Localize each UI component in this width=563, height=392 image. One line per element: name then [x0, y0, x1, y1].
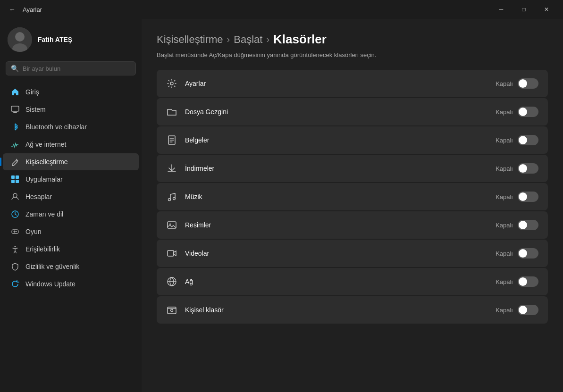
nav-icon-windows-update: [10, 279, 20, 289]
toggle-knob-dosya-gezgini: [519, 108, 527, 116]
sidebar-item-windows-update[interactable]: Windows Update: [3, 275, 139, 292]
nav-label-kisisellestime: Kişiselleştirme: [25, 158, 67, 166]
folder-row-right: Kapalı: [496, 305, 538, 315]
folder-row-left: Müzik: [166, 191, 202, 202]
toggle-knob-resimler: [519, 221, 527, 229]
folder-label-resimler: Resimler: [185, 221, 211, 229]
sidebar: Fatih ATEŞ 🔍 Giriş Sistem Bluetooth ve c…: [0, 19, 142, 392]
user-section: Fatih ATEŞ: [0, 19, 142, 59]
sidebar-item-oyun[interactable]: Oyun: [3, 223, 139, 240]
folder-row-right: Kapalı: [496, 192, 538, 202]
folder-label-belgeler: Belgeler: [185, 136, 209, 144]
nav-icon-sistem: [10, 105, 20, 114]
nav-label-uygulamalar: Uygulamalar: [25, 175, 63, 183]
sidebar-item-hesaplar[interactable]: Hesaplar: [3, 188, 139, 205]
svg-rect-8: [16, 180, 19, 183]
search-box[interactable]: 🔍: [6, 61, 136, 75]
nav-icon-kisisellestime: [10, 157, 20, 167]
folder-label-kisisel-klasor: Kişisel klasör: [185, 306, 224, 314]
folder-icon-kisisel-klasor: [166, 304, 177, 316]
svg-rect-20: [168, 250, 174, 256]
svg-rect-5: [11, 175, 15, 179]
sidebar-item-zaman-dil[interactable]: Zaman ve dil: [3, 206, 139, 223]
app-title: Ayarlar: [23, 6, 42, 13]
toggle-belgeler[interactable]: [518, 135, 538, 145]
maximize-button[interactable]: □: [513, 2, 535, 17]
folder-row-ag: Ağ Kapalı: [157, 268, 548, 295]
minimize-button[interactable]: ─: [490, 2, 512, 17]
folder-row-right: Kapalı: [496, 248, 538, 259]
sidebar-item-gizlilik[interactable]: Gizlilik ve güvenlik: [3, 258, 139, 275]
svg-point-13: [15, 246, 16, 247]
folder-row-kisisel-klasor: Kişisel klasör Kapalı: [157, 296, 548, 324]
folder-row-left: Resimler: [166, 219, 211, 231]
sidebar-item-giris[interactable]: Giriş: [3, 83, 139, 100]
sidebar-item-bluetooth[interactable]: Bluetooth ve cihazlar: [3, 118, 139, 135]
folder-row-left: Kişisel klasör: [166, 304, 224, 316]
toggle-label-kisisel-klasor: Kapalı: [496, 307, 513, 314]
toggle-knob-ag: [519, 277, 527, 286]
toggle-indirmeler[interactable]: [518, 163, 538, 174]
nav-label-erisilebilirlik: Erişilebilirlik: [25, 245, 60, 253]
folder-row-left: Ağ: [166, 276, 193, 287]
nav-icon-gizlilik: [10, 262, 20, 271]
folder-row-left: İndirmeler: [166, 163, 214, 174]
window-controls: ─ □ ✕: [490, 2, 557, 17]
folder-row-right: Kapalı: [496, 276, 538, 287]
sidebar-item-kisisellestime[interactable]: Kişiselleştirme: [3, 153, 139, 170]
folder-row-dosya-gezgini: Dosya Gezgini Kapalı: [157, 98, 548, 125]
svg-rect-6: [16, 175, 19, 179]
nav-label-ag-internet: Ağ ve internet: [25, 141, 66, 148]
sidebar-item-sistem[interactable]: Sistem: [3, 101, 139, 118]
svg-rect-3: [11, 106, 19, 111]
toggle-muzik[interactable]: [518, 192, 538, 202]
toggle-kisisel-klasor[interactable]: [518, 305, 538, 315]
folder-icon-resimler: [166, 219, 177, 231]
toggle-label-muzik: Kapalı: [496, 193, 513, 200]
folder-icon-ayarlar: [166, 78, 177, 89]
back-button[interactable]: ←: [6, 3, 19, 16]
sidebar-item-erisilebilirlik[interactable]: Erişilebilirlik: [3, 241, 139, 258]
folder-row-left: Belgeler: [166, 134, 209, 146]
breadcrumb-item-1[interactable]: Başlat: [234, 33, 262, 46]
nav-icon-bluetooth: [10, 122, 20, 132]
svg-rect-22: [168, 307, 176, 314]
nav-label-bluetooth: Bluetooth ve cihazlar: [25, 123, 87, 131]
breadcrumb-item-0[interactable]: Kişiselleştirme: [157, 33, 223, 46]
nav-label-gizlilik: Gizlilik ve güvenlik: [25, 263, 79, 270]
nav-label-windows-update: Windows Update: [25, 280, 76, 288]
nav-label-hesaplar: Hesaplar: [25, 193, 52, 200]
svg-rect-4: [13, 112, 17, 113]
toggle-ayarlar[interactable]: [518, 78, 538, 89]
folder-icon-videolar: [166, 248, 177, 259]
toggle-videolar[interactable]: [518, 248, 538, 259]
folder-row-left: Videolar: [166, 248, 209, 259]
nav-label-oyun: Oyun: [25, 228, 41, 235]
toggle-dosya-gezgini[interactable]: [518, 107, 538, 117]
sidebar-item-ag-internet[interactable]: Ağ ve internet: [3, 136, 139, 153]
search-icon: 🔍: [11, 65, 19, 72]
page-subtitle: Başlat menüsünde Aç/Kapa düğmesinin yanı…: [157, 51, 548, 58]
nav-list: Giriş Sistem Bluetooth ve cihazlar Ağ ve…: [0, 81, 142, 295]
svg-point-12: [16, 231, 17, 232]
toggle-knob-belgeler: [519, 136, 527, 144]
sidebar-item-uygulamalar[interactable]: Uygulamalar: [3, 171, 139, 188]
folder-icon-dosya-gezgini: [166, 106, 177, 117]
folder-label-ayarlar: Ayarlar: [185, 80, 206, 87]
toggle-resimler[interactable]: [518, 220, 538, 230]
nav-icon-hesaplar: [10, 192, 20, 201]
breadcrumb-item-2: Klasörler: [273, 32, 327, 47]
folder-label-dosya-gezgini: Dosya Gezgini: [185, 108, 228, 116]
folder-label-videolar: Videolar: [185, 250, 209, 257]
close-button[interactable]: ✕: [536, 2, 557, 17]
folder-row-right: Kapalı: [496, 107, 538, 117]
folder-row-resimler: Resimler Kapalı: [157, 211, 548, 239]
search-input[interactable]: [23, 65, 131, 72]
svg-point-19: [169, 224, 171, 225]
nav-label-giris: Giriş: [25, 88, 39, 96]
folder-row-right: Kapalı: [496, 78, 538, 89]
breadcrumb-separator: ›: [227, 34, 230, 45]
toggle-label-resimler: Kapalı: [496, 222, 513, 229]
toggle-ag[interactable]: [518, 276, 538, 287]
avatar[interactable]: [8, 27, 32, 52]
